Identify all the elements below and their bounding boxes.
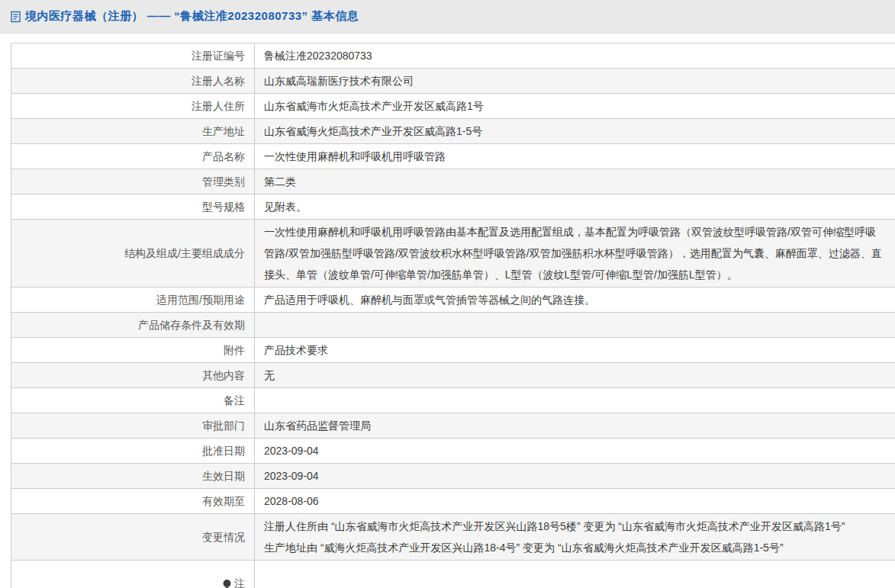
row-label: 产品储存条件及有效期 <box>11 313 255 337</box>
row-value <box>255 323 895 326</box>
row-value: 2023-09-04 <box>255 439 895 463</box>
row-value: 山东威高瑞新医疗技术有限公司 <box>255 69 895 93</box>
row-value: 第二类 <box>255 169 895 194</box>
row-label: 其他内容 <box>11 363 255 387</box>
row-label: 审批部门 <box>11 413 255 438</box>
table-row-change-info: 变更情况 注册人住所由 “山东省威海市火炬高技术产业开发区兴山路18号5楼” 变… <box>11 514 895 561</box>
table-row-note: 注 详情 <box>11 561 895 588</box>
row-value: 2028-08-06 <box>255 489 895 513</box>
table-row: 审批部门 山东省药品监督管理局 <box>11 413 895 439</box>
table-row: 附件 产品技术要求 <box>11 338 895 363</box>
table-row: 有效期至 2028-08-06 <box>11 489 895 514</box>
bulb-icon <box>222 579 232 588</box>
table-row: 备注 <box>11 388 895 413</box>
row-label: 注册证编号 <box>11 43 255 68</box>
row-label: 注册人名称 <box>11 69 255 93</box>
row-value: 山东省威海市火炬高技术产业开发区威高路1号 <box>255 94 895 118</box>
row-label: 结构及组成/主要组成成分 <box>11 220 255 287</box>
row-value: 山东省威海火炬高技术产业开发区威高路1-5号 <box>255 119 895 143</box>
table-row: 注册人名称 山东威高瑞新医疗技术有限公司 <box>11 69 895 94</box>
row-label: 批准日期 <box>11 439 255 463</box>
row-label: 生产地址 <box>11 119 255 143</box>
table-row: 注册人住所 山东省威海市火炬高技术产业开发区威高路1号 <box>11 94 895 119</box>
document-icon <box>10 11 22 23</box>
row-value: 鲁械注准20232080733 <box>255 43 895 68</box>
row-value: 见附表。 <box>255 194 895 219</box>
row-label: 注 <box>11 561 255 588</box>
table-row: 注册证编号 鲁械注准20232080733 <box>11 43 895 69</box>
row-value: 山东省药品监督管理局 <box>255 413 895 438</box>
row-label: 管理类别 <box>11 169 255 194</box>
registration-info-table: 注册证编号 鲁械注准20232080733 注册人名称 山东威高瑞新医疗技术有限… <box>11 43 895 588</box>
table-row: 型号规格 见附表。 <box>11 194 895 220</box>
row-value: 无 <box>255 363 895 387</box>
row-value: 详情 <box>255 561 895 588</box>
note-label: 注 <box>234 573 245 588</box>
row-label: 有效期至 <box>11 489 255 513</box>
row-label: 适用范围/预期用途 <box>11 288 255 312</box>
table-row: 产品名称 一次性使用麻醉机和呼吸机用呼吸管路 <box>11 144 895 169</box>
page-header: 境内医疗器械（注册） —— “鲁械注准20232080733” 基本信息 <box>0 0 895 34</box>
row-label: 型号规格 <box>11 194 255 219</box>
row-value: 2023-09-04 <box>255 464 895 488</box>
row-label: 变更情况 <box>11 514 255 560</box>
table-row: 批准日期 2023-09-04 <box>11 439 895 464</box>
table-row: 其他内容 无 <box>11 363 895 388</box>
table-row: 生产地址 山东省威海火炬高技术产业开发区威高路1-5号 <box>11 119 895 144</box>
table-row: 管理类别 第二类 <box>11 169 895 194</box>
row-value: 一次性使用麻醉机和呼吸机用呼吸管路由基本配置及选用配置组成，基本配置为呼吸管路（… <box>255 220 895 287</box>
row-label: 生效日期 <box>11 464 255 488</box>
row-value: 产品适用于呼吸机、麻醉机与面罩或气管插管等器械之间的气路连接。 <box>255 288 895 312</box>
row-value: 产品技术要求 <box>255 338 895 362</box>
table-row: 结构及组成/主要组成成分 一次性使用麻醉机和呼吸机用呼吸管路由基本配置及选用配置… <box>11 220 895 288</box>
row-value: 注册人住所由 “山东省威海市火炬高技术产业开发区兴山路18号5楼” 变更为 “山… <box>255 514 895 560</box>
row-value <box>255 399 895 402</box>
row-label: 产品名称 <box>11 144 255 169</box>
row-label: 备注 <box>11 388 255 413</box>
row-label: 注册人住所 <box>11 94 255 118</box>
row-value: 一次性使用麻醉机和呼吸机用呼吸管路 <box>255 144 895 169</box>
table-row: 生效日期 2023-09-04 <box>11 464 895 489</box>
page-title: 境内医疗器械（注册） —— “鲁械注准20232080733” 基本信息 <box>25 9 359 24</box>
table-row: 适用范围/预期用途 产品适用于呼吸机、麻醉机与面罩或气管插管等器械之间的气路连接… <box>11 288 895 313</box>
table-row: 产品储存条件及有效期 <box>11 313 895 338</box>
row-label: 附件 <box>11 338 255 362</box>
